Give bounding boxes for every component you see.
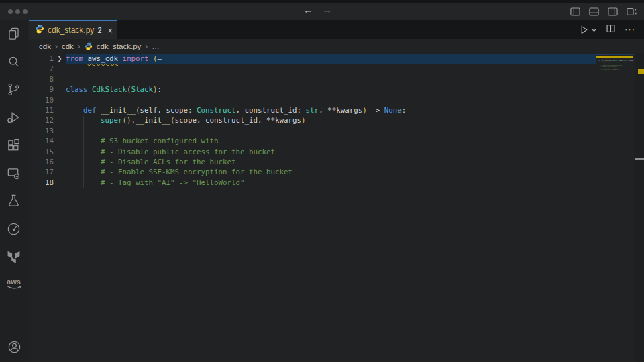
customize-layout-icon[interactable] bbox=[626, 6, 637, 17]
breadcrumb-item[interactable]: cdk bbox=[39, 42, 51, 50]
minimap[interactable]: from aws_cdk import (–class CdkStack(Sta… bbox=[596, 54, 634, 134]
tab-close-icon[interactable]: × bbox=[107, 26, 113, 35]
line-number[interactable]: 11 bbox=[29, 105, 54, 115]
line-number[interactable]: 15 bbox=[29, 147, 54, 157]
fold-gutter bbox=[54, 105, 66, 115]
code-text[interactable] bbox=[66, 126, 596, 136]
line-number[interactable]: 17 bbox=[29, 167, 54, 177]
sidebar-item-terraform[interactable] bbox=[0, 243, 28, 271]
sidebar-item-source-control[interactable] bbox=[0, 76, 28, 104]
terraform-icon bbox=[7, 249, 21, 263]
code-line[interactable]: 18 # - Tag with "AI" -> "HelloWorld" bbox=[29, 178, 596, 188]
fold-gutter bbox=[54, 115, 66, 125]
fold-gutter bbox=[54, 95, 66, 105]
run-dropdown-chevron-icon[interactable] bbox=[591, 23, 597, 36]
breadcrumb-item[interactable]: cdk_stack.py bbox=[97, 42, 141, 50]
code-line[interactable]: 17 # - Enable SSE-KMS encryption for the… bbox=[29, 167, 596, 177]
line-number[interactable]: 14 bbox=[29, 136, 54, 146]
line-number[interactable]: 10 bbox=[29, 95, 54, 105]
indent-guide bbox=[66, 95, 66, 188]
fold-chevron-icon[interactable]: ❯ bbox=[54, 54, 66, 64]
sidebar-item-extensions[interactable] bbox=[0, 131, 28, 160]
code-text[interactable] bbox=[66, 95, 596, 105]
code-text[interactable]: # - Enable SSE-KMS encryption for the bu… bbox=[66, 167, 596, 177]
overview-warning-marker bbox=[638, 69, 644, 74]
line-number[interactable]: 1 bbox=[29, 54, 54, 64]
fold-gutter bbox=[54, 126, 66, 136]
code-line[interactable]: 16 # - Disable ACLs for the bucket bbox=[29, 157, 596, 167]
code-text[interactable]: def __init__(self, scope: Construct, con… bbox=[66, 105, 596, 115]
code-line[interactable]: 9class CdkStack(Stack): bbox=[29, 84, 596, 95]
line-number[interactable]: 9 bbox=[29, 84, 54, 95]
breadcrumb-separator: › bbox=[78, 42, 80, 51]
window-controls[interactable] bbox=[8, 9, 28, 14]
code-area[interactable]: 1❯from aws_cdk import (–789class CdkStac… bbox=[29, 54, 596, 188]
breadcrumb-item[interactable]: cdk bbox=[62, 42, 74, 50]
fold-gutter bbox=[54, 178, 66, 188]
fold-gutter bbox=[54, 84, 66, 95]
fold-gutter bbox=[54, 167, 66, 177]
navigate-back-icon[interactable]: ← bbox=[303, 4, 313, 15]
extensions-icon bbox=[6, 137, 21, 153]
code-text[interactable]: # S3 bucket configured with bbox=[66, 136, 596, 146]
navigate-forward-icon[interactable]: → bbox=[322, 4, 332, 15]
editor-group: cdk_stack.py 2 × bbox=[29, 20, 644, 362]
remote-explorer-icon bbox=[6, 166, 21, 181]
code-line[interactable]: 7 bbox=[29, 64, 596, 74]
sidebar-item-remote-explorer[interactable] bbox=[0, 160, 28, 188]
fold-gutter bbox=[54, 157, 66, 167]
overview-ruler[interactable] bbox=[635, 53, 644, 362]
sidebar-item-explorer[interactable] bbox=[0, 20, 28, 48]
sidebar-item-aws-toolkit[interactable]: aws bbox=[0, 271, 28, 299]
line-number[interactable]: 12 bbox=[29, 115, 54, 125]
code-line[interactable]: 11 def __init__(self, scope: Construct, … bbox=[29, 105, 596, 115]
tab-cdk-stack-py[interactable]: cdk_stack.py 2 × bbox=[29, 20, 117, 39]
code-line[interactable]: 13 bbox=[29, 126, 596, 136]
code-text[interactable]: # - Tag with "AI" -> "HelloWorld" bbox=[66, 178, 596, 188]
sidebar-item-run-debug[interactable] bbox=[0, 104, 28, 132]
code-text[interactable] bbox=[66, 74, 596, 84]
indent-guide bbox=[83, 116, 84, 188]
code-line[interactable]: 12 super().__init__(scope, construct_id,… bbox=[29, 115, 596, 125]
tab-bar: cdk_stack.py 2 × bbox=[29, 20, 644, 39]
sidebar-item-git-graph[interactable] bbox=[0, 215, 28, 243]
explorer-files-icon bbox=[6, 26, 21, 42]
code-text[interactable] bbox=[66, 64, 596, 74]
toggle-secondary-sidebar-icon[interactable] bbox=[607, 6, 619, 17]
code-text[interactable]: # - Disable public access for the bucket bbox=[66, 147, 596, 157]
run-python-file-button[interactable] bbox=[579, 23, 597, 36]
code-text[interactable]: super().__init__(scope, construct_id, **… bbox=[66, 115, 596, 125]
sidebar-item-account[interactable] bbox=[0, 333, 28, 361]
line-number[interactable]: 13 bbox=[29, 126, 54, 136]
window-control-dot[interactable] bbox=[23, 9, 28, 14]
fold-gutter bbox=[54, 147, 66, 157]
code-line[interactable]: 15 # - Disable public access for the buc… bbox=[29, 147, 596, 157]
tab-badge: 2 bbox=[97, 26, 101, 34]
window-control-dot[interactable] bbox=[8, 9, 13, 14]
line-number[interactable]: 8 bbox=[29, 74, 54, 84]
line-number[interactable]: 7 bbox=[29, 64, 54, 74]
code-line[interactable]: 1❯from aws_cdk import (– bbox=[29, 54, 596, 64]
code-editor[interactable]: 1❯from aws_cdk import (–789class CdkStac… bbox=[29, 53, 644, 362]
code-text[interactable]: class CdkStack(Stack): bbox=[66, 84, 596, 95]
toggle-panel-icon[interactable] bbox=[588, 6, 600, 17]
run-debug-icon bbox=[6, 110, 21, 125]
python-icon bbox=[35, 24, 44, 36]
window-control-dot[interactable] bbox=[15, 9, 20, 14]
code-line[interactable]: 10 bbox=[29, 95, 596, 105]
sidebar-item-testing[interactable] bbox=[0, 187, 28, 215]
sidebar-item-search[interactable] bbox=[0, 48, 28, 76]
code-line[interactable]: 8 bbox=[29, 74, 596, 84]
code-text[interactable]: from aws_cdk import (– bbox=[66, 54, 596, 64]
more-actions-icon[interactable]: ··· bbox=[625, 26, 635, 33]
code-text[interactable]: # - Disable ACLs for the bucket bbox=[66, 157, 596, 167]
line-number[interactable]: 18 bbox=[29, 178, 54, 188]
split-editor-icon[interactable] bbox=[606, 23, 616, 36]
code-line[interactable]: 14 # S3 bucket configured with bbox=[29, 136, 596, 146]
aws-icon: aws bbox=[6, 279, 22, 290]
toggle-primary-sidebar-icon[interactable] bbox=[570, 6, 581, 17]
python-icon bbox=[85, 42, 93, 50]
line-number[interactable]: 16 bbox=[29, 157, 54, 167]
breadcrumb-separator: › bbox=[145, 42, 148, 51]
breadcrumb-item[interactable]: … bbox=[152, 42, 160, 50]
